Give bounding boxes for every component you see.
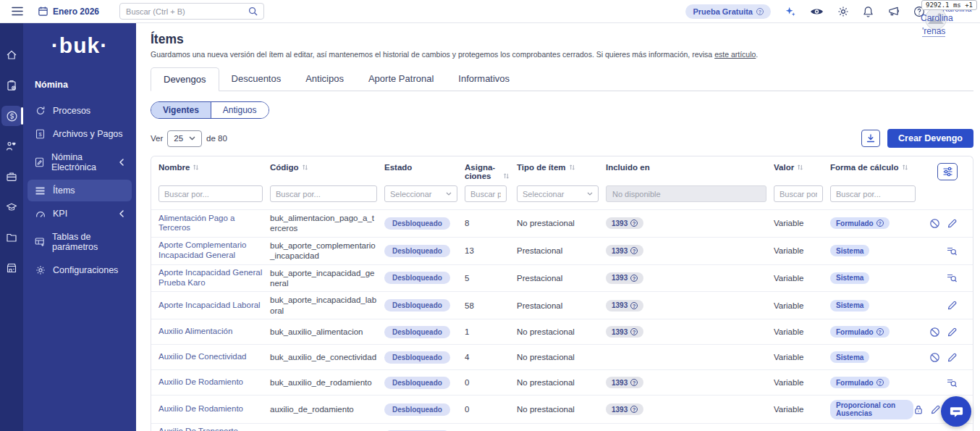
item-name-link[interactable]: Auxilio De Rodamiento	[159, 377, 243, 386]
item-name-link[interactable]: Aporte Incapacidad General Prueba Karo	[159, 268, 262, 287]
forma-pill[interactable]: Formulado?	[830, 326, 890, 338]
item-name-link[interactable]: Aporte Incapacidad Laboral	[159, 301, 261, 309]
sidebar-item-procesos[interactable]: Procesos	[28, 100, 132, 122]
filter-asignaciones-input[interactable]	[465, 185, 507, 202]
eye-icon[interactable]	[810, 7, 824, 17]
filter-estado-select[interactable]: Seleccionar	[384, 185, 457, 202]
article-link[interactable]: este artículo	[714, 50, 756, 59]
edit-action-button[interactable]	[947, 218, 958, 229]
period-selector[interactable]: Enero 2026	[38, 6, 99, 17]
item-name-link[interactable]: Auxilio De Rodamiento	[159, 404, 243, 413]
item-name-link[interactable]: Auxilio De Conectividad	[159, 352, 246, 361]
item-forma: Formulado?	[830, 217, 923, 230]
briefcase-icon[interactable]	[1, 167, 22, 187]
incluido-pill[interactable]: 1393?	[606, 377, 643, 388]
megaphone-icon[interactable]	[887, 6, 900, 17]
status-badge: Desbloqueado	[384, 351, 450, 364]
edit-action-button[interactable]	[930, 404, 941, 415]
filter-nombre-input[interactable]	[159, 185, 263, 202]
download-button[interactable]	[861, 130, 880, 147]
row-actions	[923, 300, 966, 311]
column-header-codigo[interactable]: Código	[270, 163, 384, 172]
clipboard-icon[interactable]	[1, 75, 22, 96]
sidebar-item-kpi[interactable]: KPI	[28, 203, 132, 225]
detail-action-button[interactable]	[946, 272, 958, 283]
sidebar-item-nomina-electronica[interactable]: Nómina Electrónica	[28, 146, 132, 178]
perf-badge: 9292.1 ms +1	[921, 0, 977, 10]
sidebar-item-configuraciones[interactable]: Configuraciones	[28, 259, 132, 281]
sidebar-item-items[interactable]: Ítems	[28, 180, 132, 201]
hamburger-menu-icon[interactable]	[7, 5, 28, 17]
sidebar-item-archivos-y-pagos[interactable]: $ Archivos y Pagos	[28, 123, 132, 145]
search-icon[interactable]	[248, 7, 258, 16]
tab-anticipos[interactable]: Anticipos	[293, 67, 356, 91]
filter-tipo-select[interactable]: Seleccionar	[517, 185, 599, 202]
folder-icon[interactable]	[1, 227, 22, 248]
sidebar-item-label: Archivos y Pagos	[53, 129, 123, 139]
column-header-nombre[interactable]: Nombre	[159, 163, 270, 172]
forma-pill[interactable]: Sistema	[830, 351, 869, 363]
forma-pill[interactable]: Sistema	[830, 245, 869, 256]
detail-action-button[interactable]	[946, 246, 958, 256]
detail-action-button[interactable]	[946, 377, 958, 388]
bell-icon[interactable]	[863, 6, 874, 17]
filter-codigo-input[interactable]	[270, 185, 377, 202]
lock-action-button[interactable]	[913, 404, 924, 415]
edit-action-button[interactable]	[947, 352, 958, 363]
tab-devengos[interactable]: Devengos	[151, 67, 219, 91]
column-header-tipo-de-item[interactable]: Tipo de ítem	[517, 163, 606, 172]
sidebar-item-label: Configuraciones	[53, 265, 118, 275]
incluido-pill[interactable]: 1393?	[606, 272, 643, 284]
store-icon[interactable]	[1, 258, 22, 278]
item-code: buk_aporte_incapacidad_general	[270, 269, 375, 288]
chat-button[interactable]	[941, 396, 971, 427]
toggle-antiguos[interactable]: Antiguos	[211, 102, 269, 118]
sidebar-item-tablas-de-parametros[interactable]: Tablas de parámetros	[28, 226, 132, 258]
row-actions	[923, 377, 966, 388]
tab-informativos[interactable]: Informativos	[446, 67, 522, 91]
incluido-pill[interactable]: 1393?	[606, 217, 643, 229]
item-incluido: 1393?	[606, 403, 774, 417]
column-header-valor[interactable]: Valor	[774, 163, 830, 172]
filter-forma-input[interactable]	[830, 185, 916, 202]
tab-descuentos[interactable]: Descuentos	[219, 67, 294, 91]
item-name-link[interactable]: Alimentación Pago a Terceros	[159, 214, 235, 233]
column-header-forma-de-calculo[interactable]: Forma de cálculo	[830, 163, 923, 172]
forma-pill[interactable]: Formulado?	[830, 217, 890, 229]
create-devengo-button[interactable]: Crear Devengo	[887, 129, 973, 148]
toggle-vigentes[interactable]: Vigentes	[151, 102, 211, 118]
forma-pill[interactable]: Sistema	[830, 272, 869, 284]
column-header-asigna-ciones[interactable]: Asigna-ciones	[465, 163, 517, 180]
forma-pill[interactable]: Proporcional con Ausencias	[830, 400, 913, 419]
item-name-link[interactable]: Auxilio Alimentación	[159, 327, 232, 335]
sparkle-icon[interactable]	[785, 6, 796, 17]
payroll-coin-icon[interactable]	[1, 106, 22, 126]
edit-action-button[interactable]	[947, 300, 958, 311]
block-action-button[interactable]	[929, 352, 940, 363]
block-action-button[interactable]	[929, 218, 940, 229]
incluido-pill[interactable]: 1393?	[606, 245, 643, 256]
help-icon: ?	[876, 328, 884, 335]
forma-pill[interactable]: Formulado?	[830, 377, 890, 388]
item-name-link[interactable]: Aporte Complementario Incapacidad Genera…	[159, 240, 246, 259]
global-search[interactable]	[119, 3, 264, 20]
incluido-pill[interactable]: 1393?	[606, 326, 643, 338]
item-name-link[interactable]: Auxilio De Transporte Prueba Karo	[159, 427, 238, 431]
search-input[interactable]	[126, 7, 244, 16]
incluido-pill[interactable]: 1393?	[606, 403, 643, 415]
block-action-button[interactable]	[929, 327, 940, 338]
column-settings-button[interactable]	[937, 163, 958, 180]
help-icon: ?	[876, 219, 884, 227]
edit-action-button[interactable]	[947, 327, 958, 338]
filter-valor-input[interactable]	[774, 185, 823, 202]
graduation-cap-icon[interactable]	[1, 197, 22, 217]
page-size-select[interactable]: 25	[167, 130, 202, 147]
tab-aporte-patronal[interactable]: Aporte Patronal	[356, 67, 446, 91]
trial-badge[interactable]: Prueba Gratuita ?	[685, 4, 771, 19]
hand-heart-icon[interactable]	[1, 136, 22, 156]
forma-pill[interactable]: Sistema	[830, 300, 869, 311]
gear-icon[interactable]	[837, 6, 849, 17]
item-valor: Variable	[774, 353, 830, 361]
home-icon[interactable]	[1, 45, 22, 65]
incluido-pill[interactable]: 1393?	[606, 300, 643, 311]
